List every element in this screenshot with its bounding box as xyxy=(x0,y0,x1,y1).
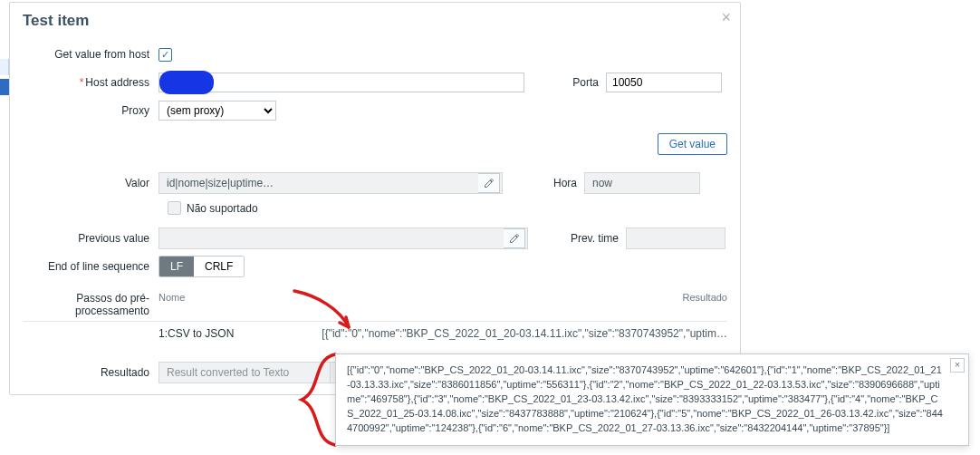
previous-value-label: Previous value xyxy=(23,232,159,245)
valor-display: id|nome|size|uptime… xyxy=(159,172,503,194)
valor-label: Valor xyxy=(23,177,159,189)
edit-valor-icon[interactable] xyxy=(478,173,500,193)
preproc-step-index: 1: xyxy=(159,327,168,340)
prev-time-label: Prev. time xyxy=(555,232,626,245)
preproc-step-row: 1: CSV to JSON [{"id":"0","nome":"BKP_CS… xyxy=(23,322,727,345)
prev-time-display xyxy=(626,228,725,249)
resultado-converted: Result converted to Texto xyxy=(159,362,331,383)
host-address-label: *Host address xyxy=(23,76,159,89)
porta-label: Porta xyxy=(552,76,606,89)
redaction-overlay xyxy=(159,71,214,94)
host-address-input[interactable] xyxy=(159,73,524,92)
modal-title: Test item xyxy=(23,12,89,29)
tooltip-close-icon[interactable]: × xyxy=(950,358,965,373)
proxy-select[interactable]: (sem proxy) xyxy=(159,101,276,121)
preproc-section-label: Passos do pré-processamento xyxy=(23,292,159,317)
eol-lf-button[interactable]: LF xyxy=(159,257,194,276)
get-value-from-host-checkbox[interactable]: ✓ xyxy=(159,48,172,62)
background-sidebar-fragment xyxy=(0,59,9,95)
preproc-step-name: CSV to JSON xyxy=(168,327,303,340)
preproc-step-result: [{"id":"0","nome":"BKP_CS_2022_01_20-03.… xyxy=(303,327,727,340)
proxy-label: Proxy xyxy=(23,104,159,117)
get-value-button[interactable]: Get value xyxy=(658,133,727,155)
preproc-col-nome: Nome xyxy=(159,292,303,317)
check-icon: ✓ xyxy=(161,50,169,60)
test-item-modal: Test item × Get value from host ✓ *Host … xyxy=(9,2,741,395)
tooltip-text: [{"id":"0","nome":"BKP_CS_2022_01_20-03.… xyxy=(347,364,943,433)
resultado-tooltip: × [{"id":"0","nome":"BKP_CS_2022_01_20-0… xyxy=(335,353,969,446)
eol-toggle: LF CRLF xyxy=(159,256,245,277)
hora-display: now xyxy=(584,172,700,194)
nao-suportado-label: Não suportado xyxy=(187,202,258,215)
edit-previous-value-icon[interactable] xyxy=(504,228,525,248)
porta-input[interactable] xyxy=(606,73,722,92)
preproc-col-resultado: Resultado xyxy=(303,292,727,317)
nao-suportado-checkbox[interactable] xyxy=(168,201,181,215)
close-icon[interactable]: × xyxy=(721,8,731,27)
previous-value-display xyxy=(159,228,528,249)
get-value-from-host-label: Get value from host xyxy=(23,48,159,61)
resultado-label: Resultado xyxy=(23,366,159,379)
hora-label: Hora xyxy=(530,177,584,189)
eol-label: End of line sequence xyxy=(23,260,159,273)
eol-crlf-button[interactable]: CRLF xyxy=(194,257,244,276)
